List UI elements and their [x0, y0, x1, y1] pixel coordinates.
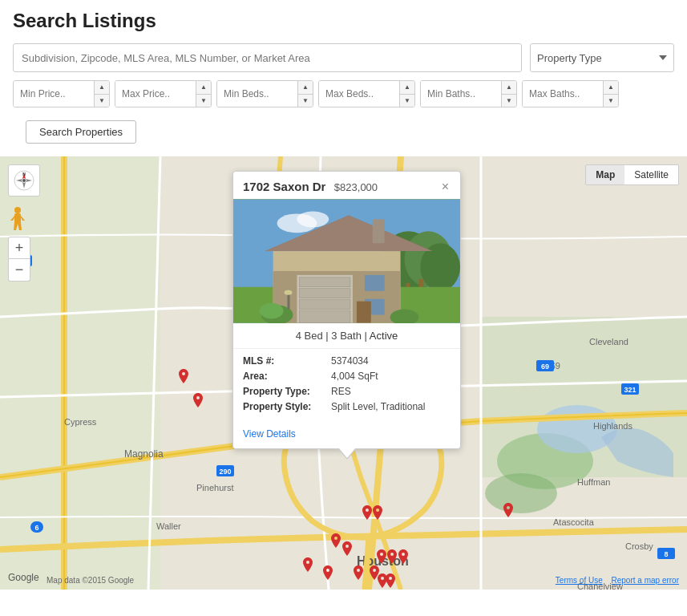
compass-icon: N — [14, 170, 34, 191]
pin-1[interactable] — [176, 369, 191, 391]
pin-12[interactable] — [321, 565, 335, 588]
popup-close-button[interactable]: × — [440, 180, 451, 193]
max-baths-up[interactable]: ▲ — [604, 81, 618, 95]
pin-2[interactable] — [191, 393, 205, 415]
pin-11[interactable] — [301, 557, 315, 580]
min-baths-up[interactable]: ▲ — [502, 81, 516, 95]
popup-type-label: Property Type: — [243, 386, 331, 397]
max-beds-spinners: ▲ ▼ — [399, 81, 414, 107]
map-compass-control[interactable]: N — [8, 164, 40, 197]
report-map-error-link[interactable]: Report a map error — [612, 576, 679, 585]
svg-rect-75 — [357, 302, 371, 323]
max-baths-wrapper: ▲ ▼ — [522, 80, 619, 107]
min-beds-wrapper: ▲ ▼ — [216, 80, 313, 107]
popup-view-details-area: View Details — [233, 423, 460, 448]
pin-10[interactable] — [396, 549, 410, 572]
map-copyright: Map data ©2015 Google — [46, 576, 134, 585]
svg-text:Atascocita: Atascocita — [553, 517, 595, 527]
map-footer: Terms of Use Report a map error — [556, 576, 679, 585]
svg-rect-69 — [299, 278, 350, 287]
svg-point-63 — [297, 211, 329, 227]
zoom-in-button[interactable]: + — [8, 237, 30, 259]
svg-text:Cypress: Cypress — [64, 417, 97, 427]
svg-text:Pinehurst: Pinehurst — [196, 483, 233, 492]
min-beds-down[interactable]: ▼ — [298, 95, 313, 107]
pin-3[interactable] — [501, 503, 515, 525]
terms-of-use-link[interactable]: Terms of Use — [556, 576, 603, 585]
popup-tail — [339, 448, 355, 458]
svg-rect-71 — [299, 300, 350, 310]
popup-property-image — [233, 199, 460, 323]
main-search-input[interactable] — [13, 43, 522, 72]
property-type-select[interactable]: Property TypeResidentialCommercialLandMu… — [530, 43, 674, 72]
svg-point-52 — [22, 179, 26, 182]
max-beds-up[interactable]: ▲ — [400, 81, 414, 95]
max-price-spinners: ▲ ▼ — [196, 81, 211, 107]
svg-rect-82 — [288, 294, 290, 310]
popup-summary: 4 Bed | 3 Bath | Active — [233, 323, 460, 349]
popup-style-label: Property Style: — [243, 401, 331, 412]
svg-point-4 — [485, 473, 557, 513]
max-beds-wrapper: ▲ ▼ — [318, 80, 415, 107]
svg-text:69: 69 — [541, 363, 549, 371]
min-price-down[interactable]: ▼ — [95, 95, 109, 107]
popup-details: MLS #: 5374034 Area: 4,004 SqFt Property… — [233, 349, 460, 423]
popup-type-value: RES — [331, 386, 351, 397]
max-baths-spinners: ▲ ▼ — [603, 81, 618, 107]
max-baths-input[interactable] — [523, 81, 603, 107]
min-baths-input[interactable] — [421, 81, 501, 107]
pin-16[interactable] — [383, 573, 398, 590]
popup-baths: 3 Bath — [331, 330, 362, 342]
max-price-up[interactable]: ▲ — [196, 81, 211, 95]
pin-13[interactable] — [351, 565, 366, 588]
popup-mls-row: MLS #: 5374034 — [243, 355, 451, 367]
popup-mls-value: 5374034 — [331, 355, 369, 367]
map-type-satellite-button[interactable]: Satellite — [624, 165, 678, 184]
popup-address: 1702 Saxon Dr — [243, 180, 325, 193]
pin-5[interactable] — [370, 505, 385, 528]
view-details-link[interactable]: View Details — [243, 428, 296, 440]
svg-rect-78 — [373, 219, 385, 243]
svg-point-81 — [260, 303, 284, 319]
map-background: 105 321 290 6 Waller Magnolia Pinehurst … — [0, 156, 687, 590]
page-title: Search Listings — [13, 10, 674, 32]
min-beds-up[interactable]: ▲ — [298, 81, 313, 95]
property-popup: 1702 Saxon Dr $823,000 × — [232, 171, 461, 449]
min-beds-spinners: ▲ ▼ — [297, 81, 313, 107]
google-branding: Google — [8, 570, 40, 585]
max-price-down[interactable]: ▼ — [196, 95, 211, 107]
popup-style-row: Property Style: Split Level, Traditional — [243, 401, 451, 412]
svg-rect-55 — [14, 213, 21, 223]
min-price-up[interactable]: ▲ — [95, 81, 109, 95]
pegman-control[interactable] — [10, 206, 26, 234]
min-price-input[interactable] — [14, 81, 94, 107]
svg-text:N: N — [22, 172, 26, 176]
search-properties-button[interactable]: Search Properties — [26, 120, 136, 144]
map-type-map-button[interactable]: Map — [586, 165, 624, 184]
svg-text:6: 6 — [34, 524, 38, 532]
svg-rect-70 — [299, 289, 350, 298]
popup-type-row: Property Type: RES — [243, 386, 451, 397]
house-illustration-svg — [233, 199, 460, 323]
popup-price: $823,000 — [334, 181, 378, 193]
max-beds-down[interactable]: ▼ — [400, 95, 414, 107]
min-baths-down[interactable]: ▼ — [502, 95, 516, 107]
popup-header: 1702 Saxon Dr $823,000 × — [233, 172, 460, 199]
svg-text:Magnolia: Magnolia — [124, 448, 164, 460]
zoom-out-button[interactable]: − — [8, 259, 30, 282]
popup-beds: 4 Bed — [296, 330, 323, 342]
max-baths-down[interactable]: ▼ — [604, 95, 618, 107]
min-beds-input[interactable] — [217, 81, 297, 107]
max-beds-input[interactable] — [319, 81, 399, 107]
popup-area-row: Area: 4,004 SqFt — [243, 371, 451, 382]
min-baths-wrapper: ▲ ▼ — [420, 80, 517, 107]
svg-text:Huffman: Huffman — [577, 477, 610, 487]
max-price-input[interactable] — [115, 81, 196, 107]
pegman-icon — [10, 206, 26, 230]
pin-7[interactable] — [340, 541, 354, 564]
popup-area-value: 4,004 SqFt — [331, 371, 378, 382]
svg-text:Cleveland: Cleveland — [589, 337, 628, 346]
filter-row: ▲ ▼ ▲ ▼ ▲ ▼ ▲ ▼ ▲ ▼ ▲ ▼ — [0, 77, 687, 111]
svg-text:Google: Google — [8, 572, 39, 583]
google-logo: Google — [8, 570, 40, 583]
